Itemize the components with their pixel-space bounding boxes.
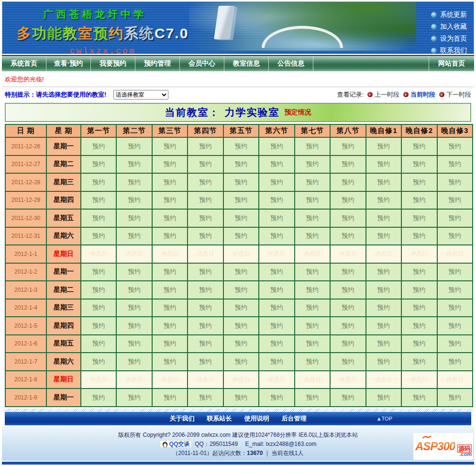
booking-slot-cell[interactable]: 预约 — [330, 281, 365, 299]
booking-slot-cell[interactable]: 预约 — [259, 227, 294, 245]
booking-slot-cell[interactable]: 预约 — [437, 281, 473, 299]
booking-slot-cell[interactable]: 预约 — [295, 227, 330, 245]
booking-slot-cell[interactable]: 预约 — [188, 281, 223, 299]
booking-slot-cell[interactable]: 预约 — [401, 281, 437, 299]
booking-slot-cell[interactable]: 预约 — [437, 209, 473, 227]
booking-slot-cell[interactable]: 预约 — [81, 227, 116, 245]
booking-slot-cell[interactable]: 预约 — [259, 263, 294, 281]
booking-slot-cell[interactable]: 预约 — [366, 388, 401, 407]
nav-item[interactable]: 会员中心 — [180, 56, 224, 71]
footer-link[interactable]: 后台管理 — [282, 414, 307, 423]
nav-item[interactable]: 查看·预约 — [46, 56, 91, 71]
booking-slot-cell[interactable]: 预约 — [188, 263, 223, 281]
booking-slot-cell[interactable]: 预约 — [152, 137, 188, 155]
booking-slot-cell[interactable]: 预约 — [437, 353, 473, 371]
nav-item[interactable]: 预约管理 — [135, 56, 180, 71]
nav-item[interactable]: 系统首页 — [2, 56, 46, 71]
booking-slot-cell[interactable]: 预约 — [81, 155, 116, 174]
booking-slot-cell[interactable]: 预约 — [330, 155, 365, 174]
booking-slot-cell[interactable]: 预约 — [259, 137, 294, 155]
booking-slot-cell[interactable]: 预约 — [295, 299, 330, 317]
booking-slot-cell[interactable]: 预约 — [401, 317, 437, 335]
booking-slot-cell[interactable]: 预约 — [223, 335, 259, 353]
booking-slot-cell[interactable]: 预约 — [330, 209, 365, 227]
booking-slot-cell[interactable]: 预约 — [152, 191, 188, 210]
booking-slot-cell[interactable]: 预约 — [401, 227, 437, 245]
booking-slot-cell[interactable]: 预约 — [188, 335, 223, 353]
booking-slot-cell[interactable]: 预约 — [116, 137, 152, 155]
booking-slot-cell[interactable]: 预约 — [401, 299, 437, 317]
booking-slot-cell[interactable]: 预约 — [81, 299, 116, 317]
booking-slot-cell[interactable]: 预约 — [188, 317, 223, 335]
booking-slot-cell[interactable]: 预约 — [81, 317, 116, 335]
booking-slot-cell[interactable]: 预约 — [295, 353, 330, 371]
booking-slot-cell[interactable]: 预约 — [116, 173, 152, 191]
booking-slot-cell[interactable]: 预约 — [152, 388, 188, 407]
booking-slot-cell[interactable]: 预约 — [152, 299, 188, 317]
booking-slot-cell[interactable]: 预约 — [295, 155, 330, 174]
booking-slot-cell[interactable]: 预约 — [330, 227, 365, 245]
booking-slot-cell[interactable]: 预约 — [437, 227, 473, 245]
booking-slot-cell[interactable]: 预约 — [116, 209, 152, 227]
booking-slot-cell[interactable]: 预约 — [437, 173, 473, 191]
booking-slot-cell[interactable]: 预约 — [152, 227, 188, 245]
booking-slot-cell[interactable]: 预约 — [116, 155, 152, 174]
booking-slot-cell[interactable]: 预约 — [366, 155, 401, 174]
quick-link[interactable]: » 系统更新 — [431, 9, 467, 21]
booking-slot-cell[interactable]: 预约 — [330, 263, 365, 281]
booking-slot-cell[interactable]: 预约 — [81, 388, 116, 407]
booking-slot-cell[interactable]: 预约 — [366, 227, 401, 245]
booking-slot-cell[interactable]: 预约 — [330, 173, 365, 191]
booking-slot-cell[interactable]: 预约 — [295, 209, 330, 227]
booking-slot-cell[interactable]: 预约 — [330, 191, 365, 210]
booking-slot-cell[interactable]: 预约 — [259, 191, 294, 210]
record-period-link[interactable]: ▸ 当前时段 — [403, 90, 435, 99]
booking-slot-cell[interactable]: 预约 — [259, 353, 294, 371]
booking-slot-cell[interactable]: 预约 — [295, 137, 330, 155]
quick-link[interactable]: » 加入收藏 — [431, 21, 467, 33]
footer-link[interactable]: 关于我们 — [170, 414, 195, 423]
booking-slot-cell[interactable]: 预约 — [81, 137, 116, 155]
booking-slot-cell[interactable]: 预约 — [366, 281, 401, 299]
booking-slot-cell[interactable]: 预约 — [259, 173, 294, 191]
booking-slot-cell[interactable]: 预约 — [152, 353, 188, 371]
quick-link[interactable]: » 联系我们 — [431, 44, 467, 54]
nav-item[interactable]: 我要预约 — [91, 56, 135, 71]
booking-slot-cell[interactable]: 预约 — [330, 335, 365, 353]
record-period-link[interactable]: ▸ 上一时段 — [367, 90, 399, 99]
booking-slot-cell[interactable]: 预约 — [152, 317, 188, 335]
booking-slot-cell[interactable]: 预约 — [330, 317, 365, 335]
booking-slot-cell[interactable]: 预约 — [81, 191, 116, 210]
booking-slot-cell[interactable]: 预约 — [366, 317, 401, 335]
booking-slot-cell[interactable]: 预约 — [295, 335, 330, 353]
booking-slot-cell[interactable]: 预约 — [81, 173, 116, 191]
booking-slot-cell[interactable]: 预约 — [81, 335, 116, 353]
booking-slot-cell[interactable]: 预约 — [401, 335, 437, 353]
booking-slot-cell[interactable]: 预约 — [152, 281, 188, 299]
booking-slot-cell[interactable]: 预约 — [116, 317, 152, 335]
booking-slot-cell[interactable]: 预约 — [366, 299, 401, 317]
booking-slot-cell[interactable]: 预约 — [437, 388, 473, 407]
booking-slot-cell[interactable]: 预约 — [259, 335, 294, 353]
booking-slot-cell[interactable]: 预约 — [223, 137, 259, 155]
booking-slot-cell[interactable]: 预约 — [401, 173, 437, 191]
asp300-logo[interactable]: 〜 ASP300 源码 .com — [413, 433, 473, 460]
booking-slot-cell[interactable]: 预约 — [81, 353, 116, 371]
booking-slot-cell[interactable]: 预约 — [330, 299, 365, 317]
booking-slot-cell[interactable]: 预约 — [223, 317, 259, 335]
booking-slot-cell[interactable]: 预约 — [437, 335, 473, 353]
booking-slot-cell[interactable]: 预约 — [401, 209, 437, 227]
booking-slot-cell[interactable]: 预约 — [223, 173, 259, 191]
booking-slot-cell[interactable]: 预约 — [223, 263, 259, 281]
booking-slot-cell[interactable]: 预约 — [295, 281, 330, 299]
booking-slot-cell[interactable]: 预约 — [401, 263, 437, 281]
booking-slot-cell[interactable]: 预约 — [330, 137, 365, 155]
booking-slot-cell[interactable]: 预约 — [188, 227, 223, 245]
booking-slot-cell[interactable]: 预约 — [295, 173, 330, 191]
booking-slot-cell[interactable]: 预约 — [223, 388, 259, 407]
booking-slot-cell[interactable]: 预约 — [330, 353, 365, 371]
booking-slot-cell[interactable]: 预约 — [437, 299, 473, 317]
booking-slot-cell[interactable]: 预约 — [330, 388, 365, 407]
booking-slot-cell[interactable]: 预约 — [116, 335, 152, 353]
booking-slot-cell[interactable]: 预约 — [188, 299, 223, 317]
